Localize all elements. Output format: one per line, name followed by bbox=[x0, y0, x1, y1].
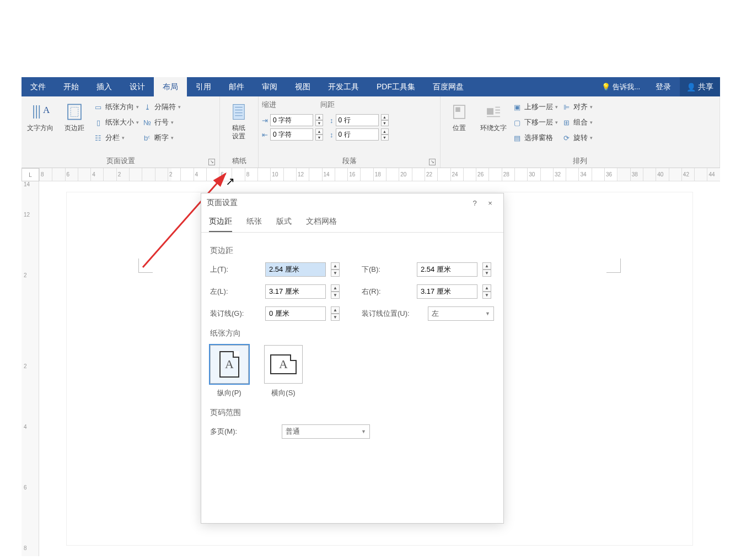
manuscript-group-label: 稿纸 bbox=[223, 155, 255, 166]
tab-baidu[interactable]: 百度网盘 bbox=[424, 77, 472, 96]
vertical-ruler[interactable]: 141222468 bbox=[22, 181, 39, 556]
login-button[interactable]: 登录 bbox=[647, 77, 680, 96]
margin-bottom-label: 下(B): bbox=[362, 265, 411, 274]
share-button[interactable]: 👤共享 bbox=[680, 77, 720, 96]
tab-insert[interactable]: 插入 bbox=[88, 77, 121, 96]
group-button[interactable]: ⊞组合 bbox=[561, 116, 593, 128]
selection-pane-button[interactable]: ▤选择窗格 bbox=[512, 132, 558, 144]
orientation-button[interactable]: ▭纸张方向 bbox=[93, 101, 139, 113]
spacing-before-field[interactable]: ↕ ▲▼ bbox=[330, 114, 389, 126]
group-icon: ⊞ bbox=[561, 119, 571, 127]
margin-right-up[interactable]: ▲ bbox=[482, 284, 491, 292]
spacing-label: 间距 bbox=[320, 100, 335, 110]
margin-left-input[interactable] bbox=[265, 284, 326, 299]
position-icon bbox=[450, 103, 469, 121]
page-range-section-label: 页码范围 bbox=[210, 408, 495, 418]
tab-design[interactable]: 设计 bbox=[121, 77, 154, 96]
svg-rect-5 bbox=[455, 107, 460, 112]
orientation-section-label: 纸张方向 bbox=[210, 329, 495, 338]
spacing-after-field[interactable]: ↕ ▲▼ bbox=[330, 128, 389, 141]
indent-right-up[interactable]: ▲ bbox=[315, 128, 323, 134]
svg-rect-1 bbox=[68, 104, 81, 119]
tab-home[interactable]: 开始 bbox=[55, 77, 88, 96]
spacing-before-up[interactable]: ▲ bbox=[381, 114, 389, 120]
dialog-tab-margins[interactable]: 页边距 bbox=[209, 217, 232, 232]
indent-left-up[interactable]: ▲ bbox=[315, 114, 323, 120]
align-button[interactable]: ⊫对齐 bbox=[561, 101, 593, 113]
size-button[interactable]: ▯纸张大小 bbox=[93, 116, 139, 128]
line-numbers-button[interactable]: №行号 bbox=[142, 116, 181, 128]
spacing-after-up[interactable]: ▲ bbox=[381, 128, 389, 134]
tab-view[interactable]: 视图 bbox=[286, 77, 319, 96]
breaks-button[interactable]: ⤓分隔符 bbox=[142, 101, 181, 113]
indent-right-field[interactable]: ⇤ ▲▼ bbox=[262, 128, 323, 141]
margin-right-down[interactable]: ▼ bbox=[482, 292, 491, 299]
paragraph-group-label: 段落 bbox=[342, 157, 357, 165]
dialog-close-button[interactable]: × bbox=[482, 199, 498, 207]
margin-bottom-input[interactable] bbox=[417, 262, 477, 277]
manuscript-icon bbox=[229, 103, 248, 121]
margin-top-input[interactable] bbox=[265, 262, 326, 277]
margin-top-up[interactable]: ▲ bbox=[331, 262, 340, 270]
rotate-button[interactable]: ⟳旋转 bbox=[561, 132, 593, 144]
tab-developer[interactable]: 开发工具 bbox=[319, 77, 368, 96]
tab-references[interactable]: 引用 bbox=[187, 77, 220, 96]
spacing-after-input[interactable] bbox=[336, 128, 379, 141]
margin-left-up[interactable]: ▲ bbox=[331, 284, 340, 292]
tab-review[interactable]: 审阅 bbox=[253, 77, 286, 96]
position-button[interactable]: 位置 bbox=[444, 99, 475, 132]
tab-mailings[interactable]: 邮件 bbox=[220, 77, 253, 96]
spacing-before-down[interactable]: ▼ bbox=[381, 120, 389, 126]
arrange-group-label: 排列 bbox=[444, 155, 716, 166]
indent-left-input[interactable] bbox=[270, 114, 313, 126]
orientation-portrait[interactable]: A 纵向(P) bbox=[210, 345, 249, 398]
orientation-landscape[interactable]: A 横向(S) bbox=[264, 345, 303, 398]
paragraph-launcher[interactable]: ↘ bbox=[429, 159, 436, 165]
gutter-input[interactable] bbox=[265, 306, 326, 321]
dialog-tab-paper[interactable]: 纸张 bbox=[246, 217, 262, 232]
ribbon-tabs: 文件 开始 插入 设计 布局 引用 邮件 审阅 视图 开发工具 PDF工具集 百… bbox=[22, 77, 720, 96]
indent-right-input[interactable] bbox=[270, 128, 313, 141]
text-direction-button[interactable]: A 文字方向 bbox=[25, 99, 56, 132]
margin-right-input[interactable] bbox=[417, 284, 477, 299]
indent-left-field[interactable]: ⇥ ▲▼ bbox=[262, 114, 323, 126]
indent-left-down[interactable]: ▼ bbox=[315, 120, 323, 126]
hyphenation-icon: bᶜ bbox=[142, 134, 152, 142]
manuscript-settings-button[interactable]: 稿纸 设置 bbox=[223, 99, 254, 141]
ribbon: A 文字方向 页边距 ▭纸张方向 ▯纸张大小 ☷分栏 ⤓分隔符 №行号 bᶜ断字 bbox=[22, 96, 720, 168]
align-icon: ⊫ bbox=[561, 103, 571, 111]
margin-left-down[interactable]: ▼ bbox=[331, 292, 340, 299]
svg-rect-3 bbox=[233, 104, 244, 119]
gutter-down[interactable]: ▼ bbox=[331, 314, 340, 321]
margin-corner-tr bbox=[606, 259, 621, 273]
bring-forward-icon: ▣ bbox=[512, 103, 522, 111]
margin-top-down[interactable]: ▼ bbox=[331, 270, 340, 277]
hyphenation-button[interactable]: bᶜ断字 bbox=[142, 132, 181, 144]
horizontal-ruler[interactable]: 8642246810121416182022242628303234363840… bbox=[39, 168, 720, 181]
indent-right-down[interactable]: ▼ bbox=[315, 134, 323, 141]
margin-bottom-down[interactable]: ▼ bbox=[482, 270, 491, 277]
gutter-pos-select[interactable]: 左▼ bbox=[428, 306, 494, 321]
tell-me-search[interactable]: 💡告诉我... bbox=[595, 77, 647, 96]
columns-button[interactable]: ☷分栏 bbox=[93, 132, 139, 144]
dialog-help-button[interactable]: ? bbox=[467, 199, 482, 207]
wrap-text-button[interactable]: 环绕文字 bbox=[478, 99, 509, 132]
tab-file[interactable]: 文件 bbox=[22, 77, 55, 96]
multipage-select[interactable]: 普通▼ bbox=[282, 424, 370, 439]
margin-bottom-up[interactable]: ▲ bbox=[482, 262, 491, 270]
dialog-tab-layout[interactable]: 版式 bbox=[276, 217, 292, 232]
page-setup-launcher[interactable]: ↘ bbox=[208, 159, 215, 165]
share-icon: 👤 bbox=[686, 83, 696, 91]
margins-icon bbox=[65, 103, 84, 121]
dialog-tab-grid[interactable]: 文档网格 bbox=[306, 217, 337, 232]
tab-layout[interactable]: 布局 bbox=[154, 77, 187, 96]
page-setup-group-label: 页面设置 bbox=[106, 157, 135, 165]
text-direction-icon: A bbox=[31, 103, 50, 121]
send-backward-button[interactable]: ▢下移一层 bbox=[512, 116, 558, 128]
spacing-before-input[interactable] bbox=[336, 114, 379, 126]
bring-forward-button[interactable]: ▣上移一层 bbox=[512, 101, 558, 113]
margins-button[interactable]: 页边距 bbox=[59, 99, 90, 132]
gutter-up[interactable]: ▲ bbox=[331, 306, 340, 314]
spacing-after-down[interactable]: ▼ bbox=[381, 134, 389, 141]
tab-pdf[interactable]: PDF工具集 bbox=[368, 77, 424, 96]
